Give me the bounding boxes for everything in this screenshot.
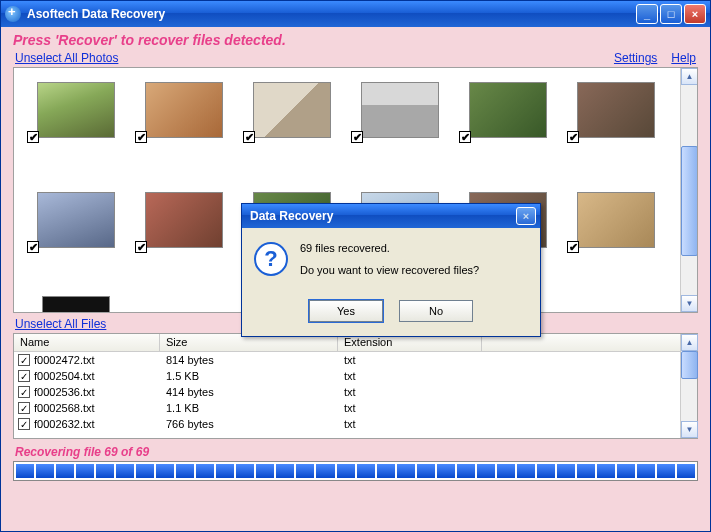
photos-scrollbar[interactable]: ▲ ▼ xyxy=(680,68,697,312)
progress-block xyxy=(136,464,154,478)
photo-thumbnail[interactable]: ✔ xyxy=(562,186,670,296)
progress-block xyxy=(437,464,455,478)
photo-thumbnail[interactable]: ✔ xyxy=(22,186,130,296)
file-checkbox[interactable]: ✓ xyxy=(18,418,30,430)
window-buttons: _ □ × xyxy=(636,4,706,24)
help-link[interactable]: Help xyxy=(671,51,696,65)
photo-thumbnail[interactable]: ✔ xyxy=(238,76,346,186)
unselect-photos-link[interactable]: Unselect All Photos xyxy=(15,51,118,65)
scroll-up-icon[interactable]: ▲ xyxy=(681,334,698,351)
status-text: Recovering file 69 of 69 xyxy=(15,445,696,459)
file-extension: txt xyxy=(338,418,482,430)
unselect-files-link[interactable]: Unselect All Files xyxy=(15,317,106,331)
files-panel: Name Size Extension ✓f0002472.txt814 byt… xyxy=(13,333,698,439)
yes-button[interactable]: Yes xyxy=(309,300,383,322)
window-title: Asoftech Data Recovery xyxy=(27,7,636,21)
progress-block xyxy=(477,464,495,478)
file-row[interactable]: ✓f0002504.txt1.5 KBtxt xyxy=(14,368,680,384)
progress-block xyxy=(557,464,575,478)
progress-bar xyxy=(13,461,698,481)
progress-block xyxy=(96,464,114,478)
file-checkbox[interactable]: ✓ xyxy=(18,370,30,382)
file-name: f0002568.txt xyxy=(34,402,95,414)
progress-block xyxy=(677,464,695,478)
photo-thumbnail[interactable] xyxy=(22,296,130,313)
scroll-down-icon[interactable]: ▼ xyxy=(681,421,698,438)
progress-block xyxy=(296,464,314,478)
progress-block xyxy=(517,464,535,478)
thumbnail-image xyxy=(577,192,655,248)
progress-block xyxy=(196,464,214,478)
progress-block xyxy=(357,464,375,478)
progress-block xyxy=(116,464,134,478)
scroll-thumb[interactable] xyxy=(681,146,698,256)
progress-block xyxy=(216,464,234,478)
scroll-thumb[interactable] xyxy=(681,351,698,379)
progress-block xyxy=(36,464,54,478)
thumbnail-image xyxy=(577,82,655,138)
thumbnail-checkbox[interactable]: ✔ xyxy=(567,241,579,253)
file-row[interactable]: ✓f0002568.txt1.1 KBtxt xyxy=(14,400,680,416)
dialog-line2: Do you want to view recovered files? xyxy=(300,264,479,276)
files-scrollbar[interactable]: ▲ ▼ xyxy=(680,334,697,438)
thumbnail-checkbox[interactable]: ✔ xyxy=(27,241,39,253)
maximize-button[interactable]: □ xyxy=(660,4,682,24)
no-button[interactable]: No xyxy=(399,300,473,322)
photo-thumbnail[interactable]: ✔ xyxy=(454,76,562,186)
thumbnail-checkbox[interactable]: ✔ xyxy=(135,131,147,143)
progress-block xyxy=(76,464,94,478)
col-name[interactable]: Name xyxy=(14,334,160,351)
file-row[interactable]: ✓f0002632.txt766 bytestxt xyxy=(14,416,680,432)
dialog-title: Data Recovery xyxy=(246,209,516,223)
thumbnail-checkbox[interactable]: ✔ xyxy=(459,131,471,143)
file-checkbox[interactable]: ✓ xyxy=(18,354,30,366)
photo-thumbnail[interactable]: ✔ xyxy=(130,76,238,186)
minimize-button[interactable]: _ xyxy=(636,4,658,24)
progress-block xyxy=(337,464,355,478)
progress-block xyxy=(176,464,194,478)
file-checkbox[interactable]: ✓ xyxy=(18,402,30,414)
progress-block xyxy=(657,464,675,478)
progress-block xyxy=(377,464,395,478)
file-name: f0002632.txt xyxy=(34,418,95,430)
progress-block xyxy=(537,464,555,478)
thumbnail-image xyxy=(42,296,110,313)
progress-block xyxy=(457,464,475,478)
settings-link[interactable]: Settings xyxy=(614,51,657,65)
dialog-close-button[interactable]: × xyxy=(516,207,536,225)
file-row[interactable]: ✓f0002472.txt814 bytestxt xyxy=(14,352,680,368)
file-checkbox[interactable]: ✓ xyxy=(18,386,30,398)
thumbnail-checkbox[interactable]: ✔ xyxy=(243,131,255,143)
instruction-text: Press 'Recover' to recover files detecte… xyxy=(1,27,710,51)
thumbnail-checkbox[interactable]: ✔ xyxy=(351,131,363,143)
photo-thumbnail[interactable]: ✔ xyxy=(346,76,454,186)
file-name: f0002472.txt xyxy=(34,354,95,366)
progress-block xyxy=(577,464,595,478)
thumbnail-checkbox[interactable]: ✔ xyxy=(27,131,39,143)
progress-block xyxy=(417,464,435,478)
close-button[interactable]: × xyxy=(684,4,706,24)
thumbnail-checkbox[interactable]: ✔ xyxy=(567,131,579,143)
thumbnail-image xyxy=(145,192,223,248)
photo-thumbnail[interactable]: ✔ xyxy=(22,76,130,186)
dialog: Data Recovery × ? 69 files recovered. Do… xyxy=(241,203,541,337)
progress-block xyxy=(597,464,615,478)
thumbnail-image xyxy=(469,82,547,138)
dialog-line1: 69 files recovered. xyxy=(300,242,479,254)
progress-block xyxy=(637,464,655,478)
progress-block xyxy=(497,464,515,478)
file-extension: txt xyxy=(338,402,482,414)
photo-thumbnail[interactable]: ✔ xyxy=(130,186,238,296)
thumbnail-image xyxy=(37,82,115,138)
thumbnail-image xyxy=(37,192,115,248)
scroll-down-icon[interactable]: ▼ xyxy=(681,295,698,312)
file-extension: txt xyxy=(338,386,482,398)
progress-block xyxy=(236,464,254,478)
scroll-up-icon[interactable]: ▲ xyxy=(681,68,698,85)
thumbnail-checkbox[interactable]: ✔ xyxy=(135,241,147,253)
app-icon xyxy=(5,6,21,22)
file-row[interactable]: ✓f0002536.txt414 bytestxt xyxy=(14,384,680,400)
file-size: 1.5 KB xyxy=(160,370,338,382)
progress-block xyxy=(156,464,174,478)
photo-thumbnail[interactable]: ✔ xyxy=(562,76,670,186)
